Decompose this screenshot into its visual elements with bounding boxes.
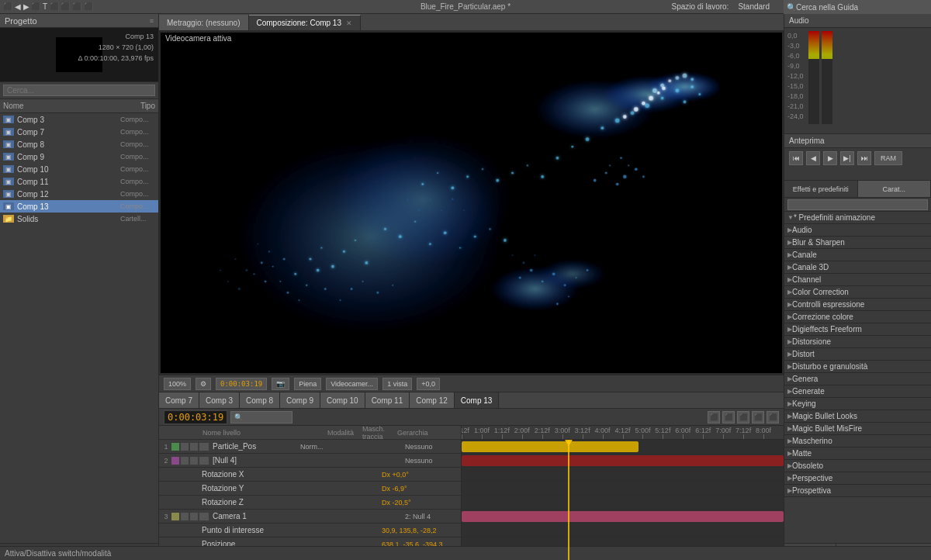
effects-search[interactable]: [784, 198, 931, 212]
timecode-display[interactable]: 0:00:03:19: [216, 378, 267, 390]
effects-category[interactable]: Blur & Sharpen: [784, 237, 931, 249]
track-row[interactable]: [462, 510, 784, 524]
layer-row[interactable]: Punto di interesse 30,9, 135,8, -28,2: [159, 524, 461, 538]
composition-viewer[interactable]: [161, 33, 782, 373]
track-area[interactable]: 0:12f1:00f1:12f2:00f2:12f3:00f3:12f4:00f…: [462, 426, 784, 560]
preview-first-btn[interactable]: ⏮: [789, 151, 803, 165]
effects-category[interactable]: Color Correction: [784, 286, 931, 299]
preview-last-btn[interactable]: ⏭: [857, 151, 871, 165]
effects-category[interactable]: Mascherino: [784, 435, 931, 448]
project-item[interactable]: 📁SolidsCartell...: [0, 213, 158, 225]
zoom-display[interactable]: 100%: [164, 378, 191, 390]
effects-category[interactable]: Correzione colore: [784, 311, 931, 323]
timeline-tab[interactable]: Comp 10: [320, 392, 365, 408]
effects-category[interactable]: Audio: [784, 224, 931, 237]
effects-category[interactable]: Magic Bullet Looks: [784, 410, 931, 423]
effects-tab-character[interactable]: Carat...: [858, 181, 932, 197]
timeline-tab[interactable]: Comp 9: [280, 392, 320, 408]
effects-category[interactable]: Distort: [784, 348, 931, 361]
layer-row[interactable]: 2 [Null 4] Nessuno: [159, 454, 461, 468]
effects-category[interactable]: Channel: [784, 274, 931, 286]
project-item[interactable]: ▣Comp 10Compo...: [0, 163, 158, 175]
project-item[interactable]: ▣Comp 13Compo...: [0, 200, 158, 213]
exposure-display[interactable]: +0,0: [417, 378, 440, 390]
composition-tab-close[interactable]: ✕: [346, 19, 352, 27]
layer-row[interactable]: Rotazione X Dx +0,0°: [159, 468, 461, 482]
timeline-tab[interactable]: Comp 11: [365, 392, 410, 408]
snapshot-btn[interactable]: 📷: [272, 378, 289, 390]
timeline-tab[interactable]: Comp 3: [199, 392, 240, 408]
project-item[interactable]: ▣Comp 8Compo...: [0, 138, 158, 150]
svg-point-56: [324, 288, 327, 290]
track-row[interactable]: [462, 496, 784, 510]
track-row[interactable]: [462, 468, 784, 482]
timeline-tab[interactable]: Comp 13: [455, 392, 500, 408]
layer-solo-btn[interactable]: [181, 457, 189, 465]
camera-view-btn[interactable]: Videocamer...: [326, 378, 378, 390]
effects-category[interactable]: Matte: [784, 448, 931, 460]
tool-btn-2[interactable]: ⬛: [722, 411, 735, 423]
effects-category[interactable]: Generate: [784, 385, 931, 398]
project-item[interactable]: ▣Comp 11Compo...: [0, 175, 158, 188]
effects-category[interactable]: Magic Bullet MisFire: [784, 423, 931, 435]
layer-row[interactable]: 1 Particle_Pos Norm... Nessuno: [159, 440, 461, 454]
layer-visibility-btn[interactable]: [171, 457, 179, 465]
track-row[interactable]: [462, 524, 784, 538]
effects-category[interactable]: Perspective: [784, 472, 931, 485]
layer-visibility-btn[interactable]: [171, 513, 179, 520]
effects-category[interactable]: Obsoleto: [784, 460, 931, 472]
layer-row[interactable]: 3 Camera 1 2: Null 4: [159, 510, 461, 524]
workspace-selector[interactable]: Spazio di lavoro: Standard: [671, 0, 776, 14]
preview-prev-btn[interactable]: ◀: [806, 151, 820, 165]
channels-btn[interactable]: 1 vista: [382, 378, 412, 390]
timeline-tab[interactable]: Comp 7: [159, 392, 199, 408]
effects-category[interactable]: Keying: [784, 398, 931, 410]
effects-category[interactable]: Prospettiva: [784, 485, 931, 497]
composition-tab[interactable]: Composizione: Comp 13 ✕: [249, 15, 362, 30]
tool-btn-3[interactable]: ⬛: [737, 411, 749, 423]
effects-category[interactable]: Disturbo e granulosità: [784, 361, 931, 373]
layer-visibility-btn[interactable]: [171, 443, 179, 451]
timeline-tab[interactable]: Comp 12: [410, 392, 455, 408]
tool-btn-5[interactable]: ⬛: [767, 411, 779, 423]
preview-play-btn[interactable]: ▶: [823, 151, 837, 165]
timeline-tab[interactable]: Comp 8: [240, 392, 280, 408]
playhead[interactable]: [568, 440, 569, 560]
project-item[interactable]: ▣Comp 12Compo...: [0, 188, 158, 200]
timeline-timecode[interactable]: 0:00:03:19: [164, 410, 227, 424]
track-row[interactable]: [462, 454, 784, 468]
project-collapse-btn[interactable]: ≡: [150, 17, 154, 25]
layer-row[interactable]: Rotazione Y Dx -6,9°: [159, 482, 461, 496]
layer-lock-btn[interactable]: [190, 457, 198, 465]
effects-category[interactable]: Digieffects Freeform: [784, 323, 931, 336]
project-item[interactable]: ▣Comp 7Compo...: [0, 126, 158, 138]
tool-btn-1[interactable]: ⬛: [708, 411, 720, 423]
track-row[interactable]: [462, 482, 784, 496]
view-mode-btn[interactable]: Piena: [294, 378, 321, 390]
layer-solo-btn[interactable]: [181, 513, 189, 520]
timeline-search[interactable]: 🔍: [230, 411, 292, 423]
project-item[interactable]: ▣Comp 3Compo...: [0, 113, 158, 126]
layer-solo-btn[interactable]: [181, 443, 189, 451]
track-row[interactable]: [462, 440, 784, 454]
project-search-bar[interactable]: [0, 82, 158, 99]
tool-btn-4[interactable]: ⬛: [752, 411, 764, 423]
effects-category[interactable]: Canale 3D: [784, 261, 931, 274]
effects-category[interactable]: * Predefiniti animazione: [784, 212, 931, 224]
effects-category[interactable]: Canale: [784, 249, 931, 261]
effects-category[interactable]: Genera: [784, 373, 931, 385]
viewer-settings-btn[interactable]: ⚙: [196, 378, 211, 390]
effects-tab-effects[interactable]: Effetti e predefiniti: [784, 181, 858, 197]
search-guide-input[interactable]: 🔍 Cerca nella Guida: [784, 0, 931, 14]
effects-category[interactable]: Distorsione: [784, 336, 931, 348]
layer-lock-btn[interactable]: [190, 443, 198, 451]
project-search-input[interactable]: [3, 85, 155, 96]
effects-category[interactable]: Controlli espressione: [784, 299, 931, 311]
effects-search-input[interactable]: [787, 199, 928, 210]
layer-row[interactable]: Rotazione Z Dx -20,5°: [159, 496, 461, 510]
layer-lock-btn[interactable]: [190, 513, 198, 520]
preview-ram-btn[interactable]: RAM: [874, 151, 902, 165]
preview-next-btn[interactable]: ▶|: [840, 151, 854, 165]
project-item[interactable]: ▣Comp 9Compo...: [0, 150, 158, 163]
footage-tab[interactable]: Metraggio: (nessuno): [159, 15, 249, 30]
